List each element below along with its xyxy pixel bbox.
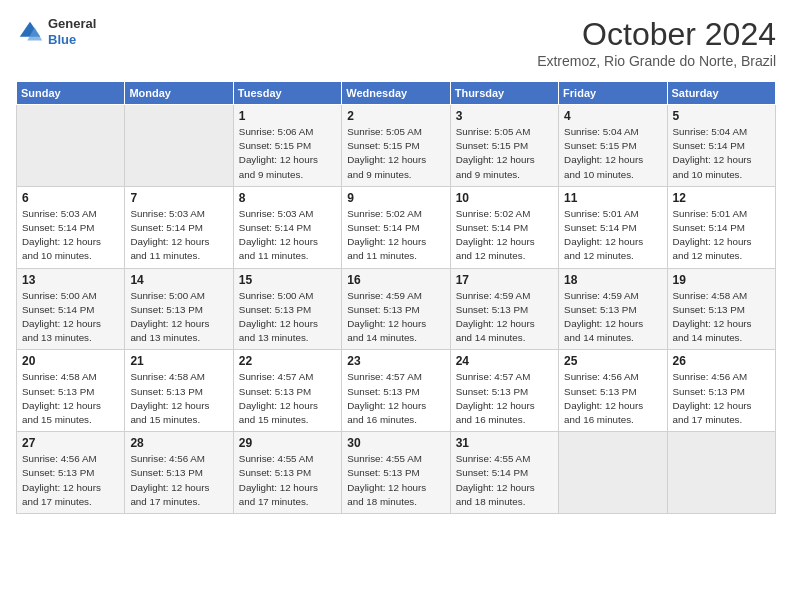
day-detail: Sunrise: 5:01 AM Sunset: 5:14 PM Dayligh… xyxy=(564,207,661,264)
day-detail: Sunrise: 5:02 AM Sunset: 5:14 PM Dayligh… xyxy=(347,207,444,264)
day-number: 1 xyxy=(239,109,336,123)
day-detail: Sunrise: 5:00 AM Sunset: 5:13 PM Dayligh… xyxy=(130,289,227,346)
calendar-cell: 10Sunrise: 5:02 AM Sunset: 5:14 PM Dayli… xyxy=(450,186,558,268)
calendar-cell: 1Sunrise: 5:06 AM Sunset: 5:15 PM Daylig… xyxy=(233,105,341,187)
day-of-week-saturday: Saturday xyxy=(667,82,775,105)
day-detail: Sunrise: 5:02 AM Sunset: 5:14 PM Dayligh… xyxy=(456,207,553,264)
day-number: 22 xyxy=(239,354,336,368)
calendar-cell: 8Sunrise: 5:03 AM Sunset: 5:14 PM Daylig… xyxy=(233,186,341,268)
calendar-cell: 4Sunrise: 5:04 AM Sunset: 5:15 PM Daylig… xyxy=(559,105,667,187)
calendar-week-1: 1Sunrise: 5:06 AM Sunset: 5:15 PM Daylig… xyxy=(17,105,776,187)
calendar-cell xyxy=(125,105,233,187)
calendar-cell: 24Sunrise: 4:57 AM Sunset: 5:13 PM Dayli… xyxy=(450,350,558,432)
day-number: 28 xyxy=(130,436,227,450)
calendar-cell: 13Sunrise: 5:00 AM Sunset: 5:14 PM Dayli… xyxy=(17,268,125,350)
day-number: 13 xyxy=(22,273,119,287)
day-number: 19 xyxy=(673,273,770,287)
day-detail: Sunrise: 4:59 AM Sunset: 5:13 PM Dayligh… xyxy=(564,289,661,346)
day-of-week-friday: Friday xyxy=(559,82,667,105)
calendar-cell: 7Sunrise: 5:03 AM Sunset: 5:14 PM Daylig… xyxy=(125,186,233,268)
day-number: 14 xyxy=(130,273,227,287)
day-number: 21 xyxy=(130,354,227,368)
calendar-cell: 21Sunrise: 4:58 AM Sunset: 5:13 PM Dayli… xyxy=(125,350,233,432)
calendar-cell: 18Sunrise: 4:59 AM Sunset: 5:13 PM Dayli… xyxy=(559,268,667,350)
calendar-cell: 25Sunrise: 4:56 AM Sunset: 5:13 PM Dayli… xyxy=(559,350,667,432)
day-detail: Sunrise: 4:58 AM Sunset: 5:13 PM Dayligh… xyxy=(130,370,227,427)
day-detail: Sunrise: 5:00 AM Sunset: 5:13 PM Dayligh… xyxy=(239,289,336,346)
day-number: 31 xyxy=(456,436,553,450)
day-detail: Sunrise: 5:05 AM Sunset: 5:15 PM Dayligh… xyxy=(347,125,444,182)
day-number: 30 xyxy=(347,436,444,450)
day-number: 6 xyxy=(22,191,119,205)
calendar-cell: 14Sunrise: 5:00 AM Sunset: 5:13 PM Dayli… xyxy=(125,268,233,350)
day-detail: Sunrise: 4:56 AM Sunset: 5:13 PM Dayligh… xyxy=(564,370,661,427)
day-number: 26 xyxy=(673,354,770,368)
day-number: 25 xyxy=(564,354,661,368)
day-number: 9 xyxy=(347,191,444,205)
day-detail: Sunrise: 5:04 AM Sunset: 5:15 PM Dayligh… xyxy=(564,125,661,182)
calendar-cell: 2Sunrise: 5:05 AM Sunset: 5:15 PM Daylig… xyxy=(342,105,450,187)
calendar-cell: 19Sunrise: 4:58 AM Sunset: 5:13 PM Dayli… xyxy=(667,268,775,350)
day-number: 10 xyxy=(456,191,553,205)
calendar-cell: 9Sunrise: 5:02 AM Sunset: 5:14 PM Daylig… xyxy=(342,186,450,268)
calendar-cell: 17Sunrise: 4:59 AM Sunset: 5:13 PM Dayli… xyxy=(450,268,558,350)
calendar-week-4: 20Sunrise: 4:58 AM Sunset: 5:13 PM Dayli… xyxy=(17,350,776,432)
calendar-cell: 29Sunrise: 4:55 AM Sunset: 5:13 PM Dayli… xyxy=(233,432,341,514)
page-header: General Blue October 2024 Extremoz, Rio … xyxy=(16,16,776,69)
calendar-cell: 20Sunrise: 4:58 AM Sunset: 5:13 PM Dayli… xyxy=(17,350,125,432)
day-of-week-tuesday: Tuesday xyxy=(233,82,341,105)
logo-icon xyxy=(16,18,44,46)
calendar-cell xyxy=(667,432,775,514)
day-detail: Sunrise: 4:59 AM Sunset: 5:13 PM Dayligh… xyxy=(347,289,444,346)
calendar-cell: 28Sunrise: 4:56 AM Sunset: 5:13 PM Dayli… xyxy=(125,432,233,514)
day-detail: Sunrise: 4:55 AM Sunset: 5:13 PM Dayligh… xyxy=(347,452,444,509)
day-detail: Sunrise: 4:57 AM Sunset: 5:13 PM Dayligh… xyxy=(239,370,336,427)
day-number: 5 xyxy=(673,109,770,123)
calendar-cell: 11Sunrise: 5:01 AM Sunset: 5:14 PM Dayli… xyxy=(559,186,667,268)
day-number: 8 xyxy=(239,191,336,205)
day-number: 27 xyxy=(22,436,119,450)
day-number: 7 xyxy=(130,191,227,205)
month-title: October 2024 xyxy=(537,16,776,53)
logo-text: General Blue xyxy=(48,16,96,47)
day-of-week-wednesday: Wednesday xyxy=(342,82,450,105)
day-detail: Sunrise: 5:04 AM Sunset: 5:14 PM Dayligh… xyxy=(673,125,770,182)
calendar-cell: 27Sunrise: 4:56 AM Sunset: 5:13 PM Dayli… xyxy=(17,432,125,514)
calendar-week-3: 13Sunrise: 5:00 AM Sunset: 5:14 PM Dayli… xyxy=(17,268,776,350)
calendar-cell: 22Sunrise: 4:57 AM Sunset: 5:13 PM Dayli… xyxy=(233,350,341,432)
calendar-cell: 6Sunrise: 5:03 AM Sunset: 5:14 PM Daylig… xyxy=(17,186,125,268)
calendar-cell: 30Sunrise: 4:55 AM Sunset: 5:13 PM Dayli… xyxy=(342,432,450,514)
day-detail: Sunrise: 4:57 AM Sunset: 5:13 PM Dayligh… xyxy=(347,370,444,427)
calendar-cell: 3Sunrise: 5:05 AM Sunset: 5:15 PM Daylig… xyxy=(450,105,558,187)
day-detail: Sunrise: 4:57 AM Sunset: 5:13 PM Dayligh… xyxy=(456,370,553,427)
day-of-week-thursday: Thursday xyxy=(450,82,558,105)
day-number: 4 xyxy=(564,109,661,123)
day-number: 15 xyxy=(239,273,336,287)
title-block: October 2024 Extremoz, Rio Grande do Nor… xyxy=(537,16,776,69)
day-detail: Sunrise: 4:56 AM Sunset: 5:13 PM Dayligh… xyxy=(22,452,119,509)
day-detail: Sunrise: 5:03 AM Sunset: 5:14 PM Dayligh… xyxy=(239,207,336,264)
calendar-cell: 26Sunrise: 4:56 AM Sunset: 5:13 PM Dayli… xyxy=(667,350,775,432)
day-number: 23 xyxy=(347,354,444,368)
day-detail: Sunrise: 5:03 AM Sunset: 5:14 PM Dayligh… xyxy=(22,207,119,264)
calendar-cell xyxy=(559,432,667,514)
calendar-cell: 12Sunrise: 5:01 AM Sunset: 5:14 PM Dayli… xyxy=(667,186,775,268)
calendar-body: 1Sunrise: 5:06 AM Sunset: 5:15 PM Daylig… xyxy=(17,105,776,514)
calendar-cell: 5Sunrise: 5:04 AM Sunset: 5:14 PM Daylig… xyxy=(667,105,775,187)
day-detail: Sunrise: 5:06 AM Sunset: 5:15 PM Dayligh… xyxy=(239,125,336,182)
calendar-cell xyxy=(17,105,125,187)
day-detail: Sunrise: 4:55 AM Sunset: 5:13 PM Dayligh… xyxy=(239,452,336,509)
calendar-table: SundayMondayTuesdayWednesdayThursdayFrid… xyxy=(16,81,776,514)
day-of-week-sunday: Sunday xyxy=(17,82,125,105)
day-number: 16 xyxy=(347,273,444,287)
location-subtitle: Extremoz, Rio Grande do Norte, Brazil xyxy=(537,53,776,69)
day-number: 20 xyxy=(22,354,119,368)
day-detail: Sunrise: 4:56 AM Sunset: 5:13 PM Dayligh… xyxy=(673,370,770,427)
day-detail: Sunrise: 4:58 AM Sunset: 5:13 PM Dayligh… xyxy=(22,370,119,427)
day-number: 11 xyxy=(564,191,661,205)
calendar-cell: 16Sunrise: 4:59 AM Sunset: 5:13 PM Dayli… xyxy=(342,268,450,350)
calendar-week-2: 6Sunrise: 5:03 AM Sunset: 5:14 PM Daylig… xyxy=(17,186,776,268)
calendar-cell: 31Sunrise: 4:55 AM Sunset: 5:14 PM Dayli… xyxy=(450,432,558,514)
day-detail: Sunrise: 4:55 AM Sunset: 5:14 PM Dayligh… xyxy=(456,452,553,509)
day-number: 24 xyxy=(456,354,553,368)
